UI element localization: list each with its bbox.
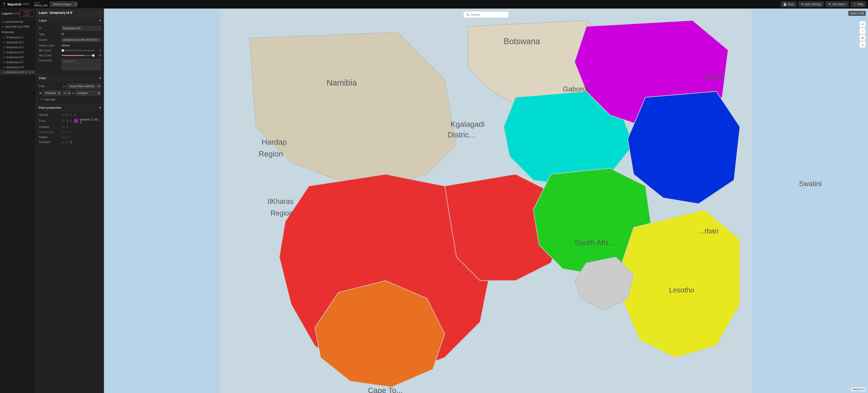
layer-label: temporary id 9 xyxy=(6,71,24,74)
style-settings-button[interactable]: ⚙ Style Settings xyxy=(799,2,824,7)
sidebar-item-temporary-id-7[interactable]: ◇ temporary id 7 xyxy=(0,60,36,65)
svg-text:South Afri...: South Afri... xyxy=(575,238,614,247)
color-zoom-btn[interactable]: ⊞ xyxy=(66,119,69,123)
paint-section-header[interactable]: Paint properties ▾ xyxy=(36,104,104,111)
layer-label: temporary id 3 xyxy=(6,46,24,49)
svg-text:Botswana: Botswana xyxy=(504,37,540,46)
help-button[interactable]: ❓ Help xyxy=(851,2,866,7)
add-layer-button[interactable]: Add Layer xyxy=(20,10,34,17)
filter-section-header[interactable]: Filter ▾ xyxy=(36,75,104,82)
panel-menu-icon[interactable]: ⋮ xyxy=(98,11,101,15)
layer-label: temporary id 8 xyxy=(6,66,24,69)
prop-id-value xyxy=(61,26,101,31)
sidebar-item-temporary-id-8[interactable]: ◇ temporary id 8 xyxy=(0,65,36,70)
prop-minzoom-slider-container: 0 xyxy=(61,49,101,52)
sidebar-item-openstreetmap[interactable]: ◇ openstreetmap xyxy=(0,19,36,24)
paint-opacity-value: 1 xyxy=(74,113,101,116)
map-view[interactable]: Namibia Botswana South Afri... Gaza Leso… xyxy=(104,9,868,393)
opacity-expr-btn[interactable]: Σ xyxy=(70,113,72,116)
prop-comments-row: Comments xyxy=(39,59,101,71)
svg-text:Distric...: Distric... xyxy=(447,131,475,139)
filter-function-icon: ƒx xyxy=(63,85,66,88)
paint-translate-label: Translate xyxy=(39,141,60,144)
filter-operator-select[interactable]: == xyxy=(62,90,71,96)
color-expr-btn[interactable]: Σ xyxy=(70,119,72,123)
map-bearing-button[interactable]: ⊕ xyxy=(860,35,866,41)
sidebar-item-temporary-id-1[interactable]: ◇ temporary id 1 xyxy=(0,35,36,40)
sidebar-group-temporary[interactable]: temporary − xyxy=(0,29,36,35)
translate-expr-btn[interactable]: Σ xyxy=(66,141,69,144)
add-filter-button[interactable]: + + Add filter xyxy=(39,97,57,102)
min-zoom-value: 0 xyxy=(96,49,101,52)
pattern-fx-btn[interactable]: ƒx xyxy=(61,136,65,139)
layer-section-header[interactable]: Layer ▾ xyxy=(36,17,104,24)
pattern-expr-btn[interactable]: Σ xyxy=(66,136,69,139)
map-attribution[interactable]: MapLibre ℹ xyxy=(851,387,866,391)
save-button[interactable]: 💾 Save xyxy=(781,2,796,7)
sidebar-item-temporary-id-3[interactable]: ◇ temporary id 3 xyxy=(0,45,36,50)
filter-value-select[interactable]: Limpopo xyxy=(74,90,101,96)
map-north-button[interactable]: ▲ xyxy=(860,41,866,48)
prop-comments-textarea[interactable] xyxy=(61,59,101,70)
group-collapse-icon[interactable]: − xyxy=(33,31,34,34)
sidebar-item-temporary-id-9[interactable]: ◇ temporary id 9 🗑 ⧉ 👁 xyxy=(0,70,36,75)
gear-icon: ⚙ xyxy=(801,3,804,6)
color-fx-btn[interactable]: ƒx xyxy=(61,119,65,123)
zoom-badge: Zoom: 5.28 xyxy=(848,11,866,16)
diamond-icon: ◇ xyxy=(3,41,5,44)
zoom-in-button[interactable]: + xyxy=(860,21,866,27)
prop-maxzoom-label: Max Zoom xyxy=(39,54,61,57)
map-controls: + − ⊕ ▲ xyxy=(860,21,866,48)
prop-id-row: ID xyxy=(39,26,101,31)
duplicate-icon[interactable]: ⧉ xyxy=(29,71,31,74)
sidebar-item-temporary-id-2[interactable]: ◇ temporary id 2 xyxy=(0,40,36,45)
prop-source-layer-label: Source Layer xyxy=(39,44,61,47)
prop-maxzoom-slider-container: 24 xyxy=(61,54,101,57)
save-label: Save xyxy=(787,3,794,6)
svg-text:...rban: ...rban xyxy=(699,227,719,235)
min-zoom-slider[interactable] xyxy=(61,50,95,51)
paint-opacity-icons: ƒx ⊞ Σ xyxy=(61,113,72,116)
diamond-icon: ◇ xyxy=(3,61,5,64)
filter-field-select[interactable]: Province xyxy=(43,90,61,96)
zoom-out-button[interactable]: − xyxy=(860,28,866,34)
color-swatch[interactable] xyxy=(74,119,78,123)
opacity-zoom-btn[interactable]: ⊞ xyxy=(66,113,69,116)
antialias-fx-btn[interactable]: ƒx xyxy=(61,125,65,129)
outline-expr-btn[interactable]: Σ xyxy=(70,131,72,134)
outline-zoom-btn[interactable]: ⊞ xyxy=(66,131,69,134)
layer-type-selector[interactable]: Default polygon xyxy=(50,2,78,7)
prop-type-label: Type xyxy=(39,33,61,36)
opacity-fx-btn[interactable]: ƒx xyxy=(61,113,65,116)
paint-antialias-icons: ƒx Σ xyxy=(61,125,68,129)
layer-section-content: ID Type fill Source xyxy=(36,24,104,75)
diamond-icon: ◇ xyxy=(3,71,5,74)
paint-color-label: Color xyxy=(39,119,60,122)
delete-icon[interactable]: 🗑 xyxy=(25,71,28,74)
search-icon: 🔍 xyxy=(466,13,469,16)
layer-label: a8d1264f-cb1d-485f- xyxy=(5,25,30,28)
layer-label: temporary id 6 xyxy=(6,56,24,59)
prop-source-input[interactable] xyxy=(61,37,101,42)
layer-info: Layer Wards_test xyxy=(34,1,48,7)
outline-fx-btn[interactable]: ƒx xyxy=(61,131,65,134)
translate-fx-btn[interactable]: ƒx xyxy=(61,141,65,144)
sidebar-item-temporary-id-6[interactable]: ◇ temporary id 6 xyxy=(0,55,36,60)
sidebar-item-temporary-id-4[interactable]: ◇ temporary id 4 xyxy=(0,50,36,55)
prop-source-value xyxy=(61,37,101,42)
antialias-expr-btn[interactable]: Σ xyxy=(66,125,69,129)
panel-title-bar: Layer: 'temporary id 9' ⋮ xyxy=(36,9,104,17)
help-label: Help xyxy=(858,3,863,6)
max-zoom-slider[interactable] xyxy=(61,55,95,56)
filter-delete-icon[interactable]: 🗑 xyxy=(39,91,42,95)
view-button[interactable]: 👁 View Map ▾ xyxy=(826,2,848,7)
info-icon[interactable]: ℹ xyxy=(864,388,864,391)
diamond-icon: ◇ xyxy=(3,66,5,69)
prop-id-input[interactable] xyxy=(61,26,101,31)
sidebar-expand-btn[interactable]: Expand xyxy=(11,12,20,15)
sidebar-item-a8d1264f[interactable]: ◇ a8d1264f-cb1d-485f- xyxy=(0,24,36,29)
diamond-icon: ◇ xyxy=(3,46,5,49)
filter-mode-select[interactable]: every Filter matches xyxy=(67,84,101,89)
map-search-input[interactable] xyxy=(471,13,506,16)
visibility-icon[interactable]: 👁 xyxy=(31,71,34,74)
